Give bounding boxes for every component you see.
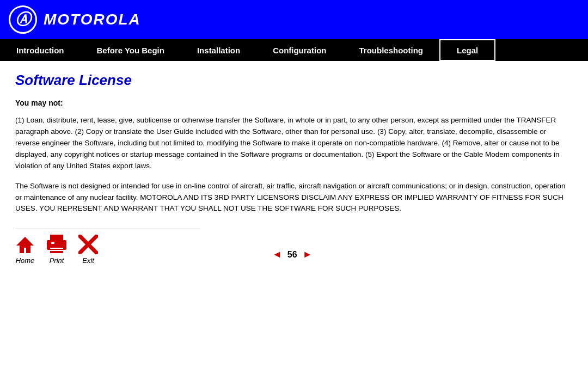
main-content: Software License You may not: (1) Loan, … (0, 61, 588, 229)
exit-icon (78, 235, 98, 254)
svg-rect-4 (51, 242, 54, 244)
nav-item-legal[interactable]: Legal (439, 39, 495, 61)
footer: Home Print Exit ◄ 56 ► (0, 229, 588, 270)
exit-button[interactable]: Exit (78, 235, 98, 265)
page-navigation: ◄ 56 ► (272, 249, 312, 260)
svg-rect-6 (50, 250, 63, 251)
prev-page-button[interactable]: ◄ (272, 249, 282, 260)
print-icon (46, 235, 68, 254)
brand-name: MOTOROLA (44, 11, 141, 28)
print-button[interactable]: Print (46, 235, 68, 265)
navigation: Introduction Before You Begin Installati… (0, 39, 588, 61)
exit-label: Exit (82, 256, 94, 265)
paragraph-2: The Software is not designed or intended… (15, 181, 573, 215)
next-page-button[interactable]: ► (303, 249, 313, 260)
home-button[interactable]: Home (15, 235, 35, 265)
nav-item-before-you-begin[interactable]: Before You Begin (80, 39, 180, 61)
motorola-m-logo: Ⓐ (15, 9, 30, 30)
svg-rect-5 (50, 248, 63, 249)
home-icon (15, 235, 35, 254)
svg-rect-1 (50, 235, 63, 240)
footer-icons: Home Print Exit (15, 235, 98, 265)
nav-item-troubleshooting[interactable]: Troubleshooting (342, 39, 439, 61)
page-title: Software License (15, 72, 573, 89)
home-label: Home (16, 256, 35, 265)
paragraph-1: (1) Loan, distribute, rent, lease, give,… (15, 115, 573, 172)
logo-circle: Ⓐ (9, 5, 37, 34)
page-number: 56 (287, 250, 297, 260)
nav-item-installation[interactable]: Installation (181, 39, 256, 61)
svg-marker-0 (16, 237, 34, 253)
nav-item-introduction[interactable]: Introduction (0, 39, 80, 61)
header: Ⓐ MOTOROLA (0, 0, 588, 39)
print-label: Print (50, 256, 64, 265)
section-subtitle: You may not: (15, 99, 573, 107)
nav-item-configuration[interactable]: Configuration (256, 39, 342, 61)
